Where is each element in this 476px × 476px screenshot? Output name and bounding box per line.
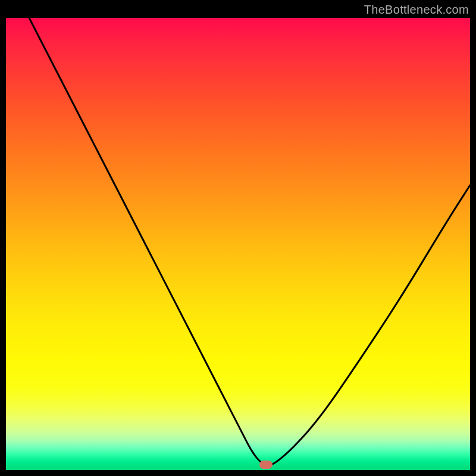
watermark-text: TheBottleneck.com	[364, 3, 469, 17]
chart-container	[6, 18, 470, 470]
bottleneck-curve	[6, 18, 470, 470]
optimal-point-marker	[259, 461, 273, 469]
